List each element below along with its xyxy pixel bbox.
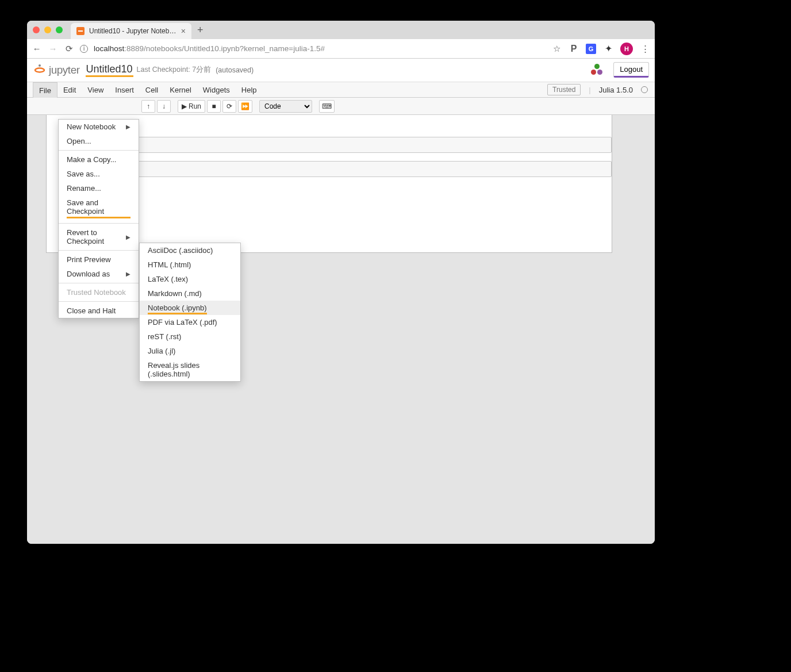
site-info-icon[interactable]: i (80, 45, 88, 53)
autosaved-text: (autosaved) (216, 66, 254, 74)
cell-input[interactable] (109, 137, 612, 153)
forward-button[interactable]: → (48, 44, 58, 53)
kernel-status-icon (641, 86, 648, 93)
window-minimize-button[interactable] (44, 26, 51, 33)
download-rest[interactable]: reST (.rst) (140, 329, 240, 344)
menu-separator (59, 283, 139, 283)
move-down-button[interactable]: ↓ (157, 100, 171, 113)
file-save-as[interactable]: Save as... (59, 167, 139, 181)
download-html[interactable]: HTML (.html) (140, 258, 240, 272)
url-display[interactable]: localhost:8889/notebooks/Untitled10.ipyn… (94, 44, 546, 53)
menubar: File Edit View Insert Cell Kernel Widget… (27, 82, 655, 98)
file-rename[interactable]: Rename... (59, 181, 139, 195)
menu-separator (59, 301, 139, 302)
download-as-submenu: AsciiDoc (.asciidoc) HTML (.html) LaTeX … (139, 243, 241, 382)
download-pdf[interactable]: PDF via LaTeX (.pdf) (140, 315, 240, 329)
window-maximize-button[interactable] (56, 26, 63, 33)
menu-file[interactable]: File (33, 82, 57, 98)
download-julia[interactable]: Julia (.jl) (140, 344, 240, 358)
file-save-checkpoint-label: Save and Checkpoint (67, 198, 130, 218)
toolbar: ↑ ↓ ▶Run ■ ⟳ ⏩ Code ⌨ (27, 98, 655, 115)
download-latex[interactable]: LaTeX (.tex) (140, 272, 240, 286)
file-download-as-label: Download as (67, 270, 110, 278)
file-close-halt[interactable]: Close and Halt (59, 304, 139, 318)
trusted-badge[interactable]: Trusted (547, 84, 581, 95)
menu-edit[interactable]: Edit (57, 82, 82, 97)
page-content: jupyter Untitled10 Last Checkpoint: 7分前 … (27, 59, 655, 544)
window-close-button[interactable] (33, 26, 40, 33)
restart-run-all-button[interactable]: ⏩ (238, 100, 252, 113)
extension-icon-2[interactable]: G (586, 44, 596, 54)
download-reveal[interactable]: Reveal.js slides (.slides.html) (140, 358, 240, 381)
download-notebook[interactable]: Notebook (.ipynb) (140, 301, 240, 315)
menu-insert[interactable]: Insert (109, 82, 140, 97)
menu-separator (59, 250, 139, 251)
download-notebook-label: Notebook (.ipynb) (148, 304, 207, 314)
file-revert-label: Revert to Checkpoint (67, 228, 126, 245)
logout-button[interactable]: Logout (613, 62, 649, 78)
back-button[interactable]: ← (32, 44, 42, 53)
menu-help[interactable]: Help (236, 82, 263, 97)
jupyter-logo[interactable]: jupyter (33, 63, 80, 77)
kernel-name: Julia 1.5.0 (599, 86, 633, 94)
download-markdown[interactable]: Markdown (.md) (140, 286, 240, 301)
menu-separator (59, 223, 139, 224)
restart-button[interactable]: ⟳ (222, 100, 236, 113)
chevron-right-icon: ▶ (126, 234, 130, 240)
file-revert-checkpoint[interactable]: Revert to Checkpoint▶ (59, 225, 139, 248)
bookmark-star-icon[interactable]: ☆ (551, 44, 562, 54)
browser-menu-icon[interactable]: ⋮ (640, 44, 650, 54)
file-new-notebook[interactable]: New Notebook▶ (59, 120, 139, 134)
extensions-icon[interactable]: ✦ (603, 44, 613, 54)
new-tab-button[interactable]: + (197, 24, 203, 36)
move-up-button[interactable]: ↑ (141, 100, 155, 113)
file-new-notebook-label: New Notebook (67, 122, 116, 131)
jupyter-logo-text: jupyter (49, 64, 80, 76)
extension-icon-1[interactable]: P (569, 44, 579, 54)
window-controls (33, 26, 63, 33)
url-rest: :8889/notebooks/Untitled10.ipynb?kernel_… (124, 44, 325, 53)
menu-cell[interactable]: Cell (140, 82, 164, 97)
julia-kernel-icon[interactable] (589, 63, 604, 77)
file-save-checkpoint[interactable]: Save and Checkpoint (59, 195, 139, 221)
chevron-right-icon: ▶ (126, 124, 130, 130)
browser-tabbar: Untitled10 - Jupyter Notebook × + (27, 21, 655, 39)
tab-title: Untitled10 - Jupyter Notebook (89, 27, 176, 35)
jupyter-favicon (76, 27, 85, 35)
chevron-right-icon: ▶ (126, 271, 130, 277)
jupyter-logo-icon (33, 63, 47, 77)
reload-button[interactable]: ⟳ (64, 44, 74, 54)
jupyter-header: jupyter Untitled10 Last Checkpoint: 7分前 … (27, 59, 655, 82)
menu-kernel[interactable]: Kernel (164, 82, 197, 97)
url-host: localhost (94, 44, 124, 53)
file-print-preview[interactable]: Print Preview (59, 252, 139, 267)
file-trusted-notebook: Trusted Notebook (59, 285, 139, 299)
checkpoint-text: Last Checkpoint: 7分前 (137, 65, 212, 75)
cell-input[interactable] (109, 161, 612, 177)
profile-avatar[interactable]: H (620, 43, 633, 55)
menu-widgets[interactable]: Widgets (197, 82, 236, 97)
header-right: Logout (589, 62, 649, 78)
menubar-right: Trusted | Julia 1.5.0 (547, 82, 655, 97)
file-make-copy[interactable]: Make a Copy... (59, 152, 139, 167)
file-dropdown-menu: New Notebook▶ Open... Make a Copy... Sav… (58, 119, 139, 318)
run-label: Run (189, 102, 201, 110)
address-bar-right: ☆ P G ✦ H ⋮ (551, 43, 650, 55)
browser-tab[interactable]: Untitled10 - Jupyter Notebook × (71, 23, 191, 39)
file-download-as[interactable]: Download as▶ (59, 267, 139, 281)
command-palette-button[interactable]: ⌨ (319, 100, 335, 113)
celltype-select[interactable]: Code (259, 100, 312, 113)
browser-window: Untitled10 - Jupyter Notebook × + ← → ⟳ … (27, 21, 655, 544)
menu-view[interactable]: View (82, 82, 109, 97)
browser-address-bar: ← → ⟳ i localhost:8889/notebooks/Untitle… (27, 39, 655, 59)
interrupt-button[interactable]: ■ (207, 100, 221, 113)
menu-separator (59, 150, 139, 151)
file-open[interactable]: Open... (59, 134, 139, 148)
run-icon: ▶ (182, 102, 187, 110)
run-button[interactable]: ▶Run (178, 100, 205, 113)
notebook-name[interactable]: Untitled10 (86, 63, 133, 77)
download-asciidoc[interactable]: AsciiDoc (.asciidoc) (140, 243, 240, 258)
svg-point-0 (39, 64, 41, 67)
close-tab-icon[interactable]: × (181, 26, 186, 36)
